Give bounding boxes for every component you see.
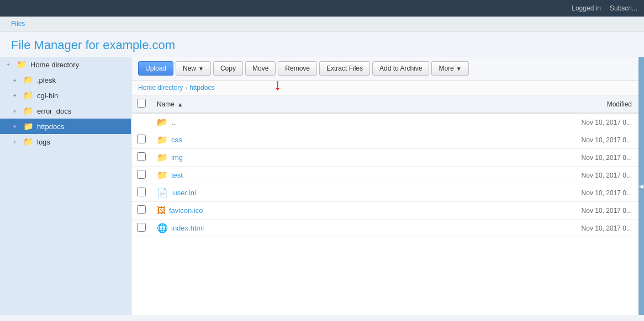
table-row: 📄 .user.ini Nov 10, 2017 0... (131, 184, 638, 202)
sort-arrow: ▲ (177, 101, 183, 108)
file-link-img[interactable]: img (171, 153, 183, 162)
file-table-body: 📂 .. Nov 10, 2017 0... 📁 css Nov 10, 201… (131, 113, 638, 237)
file-link-favicon[interactable]: favicon.ico (169, 206, 203, 215)
file-icon-index-html: 🌐 (157, 223, 168, 233)
files-crumb[interactable]: Files (11, 20, 25, 28)
breadcrumb-top: Files (0, 17, 644, 31)
sidebar-collapse-handle[interactable]: ◀ (638, 57, 644, 315)
sidebar-label-logs: logs (37, 138, 50, 146)
table-row: 📁 img Nov 10, 2017 0... (131, 149, 638, 167)
file-name-cell-user-ini: 📄 .user.ini (151, 184, 386, 202)
expand-icon-error: + (13, 108, 20, 114)
file-checkbox-test[interactable] (137, 170, 146, 179)
sidebar-item-home-directory[interactable]: + 📁 Home directory (0, 57, 131, 72)
file-name-cell-index-html: 🌐 index.html (151, 220, 386, 237)
table-header-row: Name ▲ Modified (131, 95, 638, 113)
page-title-area: File Manager for example.com (0, 31, 644, 57)
row-checkbox-cell (131, 220, 151, 237)
top-bar: Logged in Subscri... (0, 0, 644, 17)
folder-icon-logs: 📁 (23, 137, 34, 147)
more-dropdown-arrow: ▼ (456, 66, 462, 72)
table-row: 📁 test Nov 10, 2017 0... (131, 167, 638, 184)
new-button[interactable]: New ▼ (176, 61, 211, 76)
page-title-domain: example.com (103, 38, 175, 52)
table-row: 📂 .. Nov 10, 2017 0... (131, 113, 638, 131)
table-row: 🌐 index.html Nov 10, 2017 0... (131, 220, 638, 237)
file-icon-css: 📁 (157, 135, 168, 145)
file-name-cell-parent: 📂 .. (151, 113, 386, 131)
row-checkbox-cell (131, 167, 151, 184)
file-checkbox-index-html[interactable] (137, 223, 146, 232)
file-name-parent: .. (171, 118, 175, 126)
table-row: 🖼 favicon.ico Nov 10, 2017 0... (131, 202, 638, 220)
row-checkbox-cell (131, 113, 151, 131)
folder-icon-plesk: 📁 (23, 75, 34, 85)
file-modified-parent: Nov 10, 2017 0... (386, 113, 638, 131)
sidebar-item-plesk[interactable]: + 📁 .plesk (0, 72, 131, 88)
extract-button[interactable]: Extract Files (319, 61, 370, 76)
files-table: Name ▲ Modified 📂 .. Nov 10, 2017 0... (131, 95, 638, 237)
more-label: More (439, 65, 453, 72)
add-to-archive-button[interactable]: Add to Archive (372, 61, 429, 76)
file-link-user-ini[interactable]: .user.ini (171, 189, 196, 197)
table-row: 📁 css Nov 10, 2017 0... (131, 131, 638, 149)
file-name-cell-test: 📁 test (151, 167, 386, 184)
file-checkbox-favicon[interactable] (137, 205, 146, 214)
file-modified-favicon: Nov 10, 2017 0... (386, 202, 638, 220)
sidebar: + 📁 Home directory + 📁 .plesk + 📁 cgi-bi… (0, 57, 131, 315)
sidebar-label-plesk: .plesk (37, 76, 56, 84)
expand-icon-logs: + (13, 139, 20, 145)
new-label: New (183, 65, 196, 72)
sidebar-item-httpdocs[interactable]: + 📁 httpdocs (0, 119, 131, 134)
file-link-css[interactable]: css (171, 136, 182, 144)
file-icon-test: 📁 (157, 170, 168, 180)
file-icon-favicon: 🖼 (157, 206, 166, 216)
file-link-test[interactable]: test (171, 171, 183, 179)
main-layout: + 📁 Home directory + 📁 .plesk + 📁 cgi-bi… (0, 57, 644, 315)
file-icon-user-ini: 📄 (157, 188, 168, 198)
remove-button[interactable]: Remove (278, 61, 317, 76)
copy-button[interactable]: Copy (213, 61, 243, 76)
folder-icon-cgi: 📁 (23, 90, 34, 100)
content-area: Upload New ▼ Copy Move Remove Extract Fi… (131, 57, 638, 315)
sidebar-item-cgi-bin[interactable]: + 📁 cgi-bin (0, 88, 131, 103)
expand-icon-home: + (7, 62, 13, 68)
name-column-header[interactable]: Name ▲ (151, 95, 386, 113)
sidebar-label-home: Home directory (30, 61, 79, 69)
file-name-cell-img: 📁 img (151, 149, 386, 167)
folder-icon-error: 📁 (23, 106, 34, 116)
breadcrumb-home-link[interactable]: Home directory (138, 84, 183, 92)
file-name-cell-css: 📁 css (151, 131, 386, 149)
file-checkbox-img[interactable] (137, 152, 146, 161)
file-modified-test: Nov 10, 2017 0... (386, 167, 638, 184)
modified-column-header: Modified (386, 95, 638, 113)
file-icon-parent: 📂 (157, 117, 168, 127)
expand-icon-httpdocs: + (13, 124, 20, 130)
breadcrumb-separator: › (185, 84, 187, 91)
breadcrumb-nav: Home directory › httpdocs (131, 81, 638, 95)
move-button[interactable]: Move (245, 61, 276, 76)
expand-icon-cgi: + (13, 93, 20, 99)
upload-button[interactable]: Upload (138, 61, 173, 76)
file-modified-index-html: Nov 10, 2017 0... (386, 220, 638, 237)
sidebar-item-error-docs[interactable]: + 📁 error_docs (0, 103, 131, 119)
select-all-checkbox[interactable] (137, 99, 146, 108)
new-dropdown-arrow: ▼ (198, 66, 204, 72)
file-link-index-html[interactable]: index.html (171, 224, 204, 232)
file-modified-css: Nov 10, 2017 0... (386, 131, 638, 149)
sidebar-item-logs[interactable]: + 📁 logs (0, 134, 131, 149)
more-button[interactable]: More ▼ (431, 61, 468, 76)
file-table: Name ▲ Modified 📂 .. Nov 10, 2017 0... (131, 95, 638, 315)
breadcrumb-current-link[interactable]: httpdocs (189, 84, 214, 92)
toolbar: Upload New ▼ Copy Move Remove Extract Fi… (131, 57, 638, 81)
sidebar-label-httpdocs: httpdocs (37, 122, 64, 131)
row-checkbox-cell (131, 131, 151, 149)
subscribe-text: Subscri... (610, 4, 637, 12)
row-checkbox-cell (131, 149, 151, 167)
file-checkbox-user-ini[interactable] (137, 188, 146, 196)
file-checkbox-css[interactable] (137, 135, 146, 143)
folder-icon-httpdocs: 📁 (23, 121, 34, 131)
file-modified-img: Nov 10, 2017 0... (386, 149, 638, 167)
row-checkbox-cell (131, 184, 151, 202)
row-checkbox-cell (131, 202, 151, 220)
